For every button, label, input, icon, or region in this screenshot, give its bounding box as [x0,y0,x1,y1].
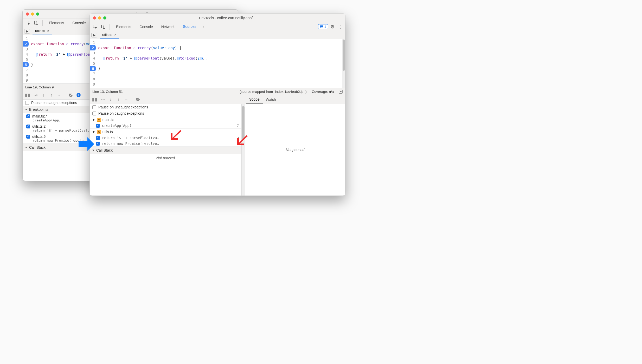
tab-network[interactable]: Network [158,22,178,31]
js-file-icon: JS [97,130,101,134]
file-tab-utils[interactable]: utils.ts × [100,31,119,39]
checkbox-icon[interactable] [26,125,30,128]
titlebar: DevTools - coffee-cart.netlify.app/ [90,14,345,22]
chevron-down-icon: ▼ [25,146,28,149]
gear-icon[interactable]: ⚙ [329,24,336,30]
inspect-icon[interactable] [24,20,31,26]
dropdown-icon[interactable]: ▾ [339,90,343,94]
scrollbar[interactable] [241,104,245,196]
traffic-lights [26,12,39,16]
right-tabs: Scope Watch [245,95,345,104]
annotation-arrow-red [237,135,248,145]
line-gutter: 1 2 3 4 5 6 7 8 9 [23,35,30,83]
svg-rect-4 [78,94,79,96]
deactivate-breakpoints-icon[interactable] [134,96,142,103]
coverage-label: Coverage: n/a [312,90,334,94]
step-into-icon[interactable]: ↓ [40,92,47,99]
checkbox-icon[interactable] [26,114,30,118]
checkbox-icon[interactable] [96,142,100,146]
scope-empty: Not paused [245,104,345,196]
cursor-position: Line 19, Column 9 [25,85,54,89]
breakpoint-marker[interactable]: 2 [90,45,96,50]
close-icon[interactable] [26,12,29,16]
checkbox-icon[interactable] [96,124,100,128]
file-tab-utils[interactable]: utils.ts × [33,27,52,35]
breakpoint-item[interactable]: return '$' + parseFloat(va… 2 [90,135,241,141]
step-into-icon[interactable]: ↓ [107,96,114,103]
chevron-down-icon: ▼ [92,130,95,134]
more-tabs-icon[interactable]: » [201,25,206,29]
annotation-arrow-blue [79,137,94,151]
breakpoint-group-main: ▼ JS main.ts createApp(App) 7 [90,116,241,129]
devtools-window-new: DevTools - coffee-cart.netlify.app/ Elem… [89,13,345,196]
chevron-down-icon: ▼ [25,108,28,111]
source-editor[interactable]: 1 2 3 4 5 6 7 8 9 export function curren… [90,39,342,88]
device-icon[interactable] [100,23,107,30]
close-icon[interactable] [93,16,96,20]
code-content: export function currency(value: any) { r… [97,39,342,88]
step-over-icon[interactable]: ⤻ [32,92,39,99]
breakpoint-marker[interactable]: 2 [23,41,29,47]
chevron-down-icon: ▼ [92,118,95,122]
step-icon[interactable]: → [123,96,130,103]
right-pane: Scope Watch Not paused [245,95,345,196]
breakpoint-group-header[interactable]: ▼ JS main.ts [90,116,241,123]
checkbox-icon[interactable] [26,135,30,139]
zoom-icon[interactable] [103,16,106,20]
checkbox-icon[interactable] [92,112,96,115]
sourcemap-link[interactable]: index.1ac4eab2.js [275,90,303,94]
device-icon[interactable] [33,20,40,26]
svg-rect-8 [103,26,105,29]
inspect-icon[interactable] [91,23,99,30]
minimize-icon[interactable] [31,12,34,16]
breakpoint-group-header[interactable]: ▼ JS utils.ts [90,129,241,135]
deactivate-breakpoints-icon[interactable] [67,92,74,99]
js-file-icon: JS [97,118,101,122]
tab-console[interactable]: Console [136,22,156,31]
main-toolbar: Elements Console Network Sources » 1 ⚙ ⋮ [90,22,345,31]
pause-icon[interactable]: ▮▮ [24,92,31,99]
breakpoint-marker[interactable]: 6 [23,62,29,67]
file-tab-label: utils.ts [35,29,45,33]
close-icon[interactable]: × [114,33,116,37]
step-icon[interactable]: → [55,92,63,99]
cursor-position: Line 13, Column 51 [92,90,123,94]
checkbox-icon[interactable] [25,101,29,105]
tab-console[interactable]: Console [69,18,89,27]
breakpoint-item[interactable]: createApp(App) 7 [90,123,241,128]
callstack-empty: Not paused [90,154,241,162]
pause-exceptions-icon[interactable] [75,92,82,99]
step-over-icon[interactable]: ⤻ [99,96,106,103]
file-tabs: ▶ utils.ts × [90,31,345,39]
file-tab-label: utils.ts [102,33,112,37]
snippets-icon[interactable]: ▶ [24,29,30,34]
step-out-icon[interactable]: ↑ [115,96,122,103]
pause-icon[interactable]: ▮▮ [91,96,99,103]
checkbox-icon[interactable] [92,105,96,109]
editor-status: Line 13, Column 51 (source mapped from i… [90,88,345,95]
kebab-icon[interactable]: ⋮ [337,24,344,30]
breakpoint-item[interactable]: return new Promise(resolve… 6 [90,141,241,146]
issues-badge[interactable]: 1 [318,24,328,29]
pause-uncaught-row[interactable]: Pause on uncaught exceptions [90,104,241,110]
tab-elements[interactable]: Elements [112,22,135,31]
snippets-icon[interactable]: ▶ [91,33,97,37]
window-title: DevTools - coffee-cart.netlify.app/ [110,16,342,20]
debugger-toolbar: ▮▮ ⤻ ↓ ↑ → [90,95,245,104]
scrollbar[interactable] [342,39,345,88]
tab-elements[interactable]: Elements [45,18,68,27]
annotation-arrow-red [171,129,181,140]
callstack-header[interactable]: ▼ Call Stack [90,147,241,154]
breakpoint-marker[interactable]: 6 [90,66,96,71]
tab-watch[interactable]: Watch [263,95,279,104]
step-out-icon[interactable]: ↑ [48,92,55,99]
tab-sources[interactable]: Sources [179,22,200,31]
traffic-lights [93,16,106,20]
pause-caught-row[interactable]: Pause on caught exceptions [90,110,241,116]
svg-rect-5 [79,94,79,96]
zoom-icon[interactable] [36,12,39,16]
checkbox-icon[interactable] [96,136,100,140]
tab-scope[interactable]: Scope [246,95,263,104]
minimize-icon[interactable] [98,16,101,20]
close-icon[interactable]: × [47,29,49,33]
